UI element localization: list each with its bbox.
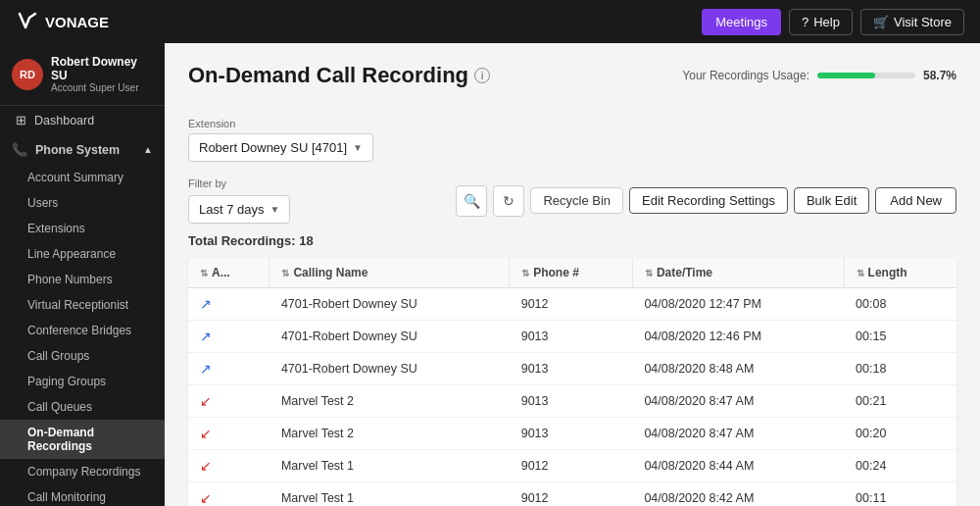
col-calling-name[interactable]: ⇅Calling Name — [270, 258, 510, 288]
top-nav-actions: Meetings ? Help 🛒 Visit Store — [702, 9, 964, 35]
store-icon: 🛒 — [873, 15, 889, 29]
cell-direction: ↙ — [188, 482, 270, 507]
dashboard-icon: ⊞ — [16, 113, 26, 127]
sort-icon: ⇅ — [645, 268, 653, 278]
cell-calling-name: 4701-Robert Downey SU — [270, 321, 510, 353]
sidebar-item-call-monitoring[interactable]: Call Monitoring — [0, 484, 165, 506]
usage-bar — [817, 73, 915, 78]
sidebar-item-phone-system[interactable]: 📞 Phone System ▲ — [0, 134, 165, 165]
cell-direction: ↗ — [188, 353, 270, 385]
cell-datetime: 04/08/2020 8:44 AM — [632, 450, 844, 482]
extension-section: Extension Robert Downey SU [4701] ▼ — [188, 118, 956, 162]
col-datetime[interactable]: ⇅Date/Time — [632, 258, 844, 288]
meetings-button[interactable]: Meetings — [702, 9, 781, 35]
sidebar-item-dashboard[interactable]: ⊞ Dashboard — [0, 106, 165, 134]
cell-phone: 9012 — [510, 482, 633, 507]
top-nav: VONAGE Meetings ? Help 🛒 Visit Store — [0, 0, 980, 43]
sidebar-item-extensions[interactable]: Extensions — [0, 216, 165, 241]
content-area: On-Demand Call Recording i Your Recordin… — [165, 43, 980, 506]
usage-percent: 58.7% — [923, 69, 956, 82]
search-icon: 🔍 — [464, 193, 480, 209]
cell-calling-name: Marvel Test 1 — [270, 450, 510, 482]
sidebar-item-label: Call Queues — [27, 400, 92, 414]
sidebar-item-users[interactable]: Users — [0, 190, 165, 216]
extension-selector[interactable]: Robert Downey SU [4701] ▼ — [188, 133, 373, 162]
cell-direction: ↙ — [188, 385, 270, 418]
cell-datetime: 04/08/2020 8:48 AM — [632, 353, 844, 385]
sidebar-item-label: Company Recordings — [27, 465, 140, 479]
table-row[interactable]: ↙ Marvel Test 2 9013 04/08/2020 8:47 AM … — [188, 418, 956, 450]
sidebar-item-label: Call Monitoring — [27, 490, 106, 504]
table-row[interactable]: ↗ 4701-Robert Downey SU 9013 04/08/2020 … — [188, 353, 956, 385]
usage-section: Your Recordings Usage: 58.7% — [682, 69, 956, 82]
sidebar-item-company-recordings[interactable]: Company Recordings — [0, 459, 165, 484]
sidebar-item-conference-bridges[interactable]: Conference Bridges — [0, 318, 165, 343]
help-icon: ? — [802, 15, 808, 29]
bulk-edit-button[interactable]: Bulk Edit — [794, 187, 869, 214]
cell-datetime: 04/08/2020 12:47 PM — [632, 288, 844, 321]
sort-icon: ⇅ — [200, 268, 208, 278]
sort-icon: ⇅ — [281, 268, 289, 278]
info-icon[interactable]: i — [474, 68, 490, 83]
add-new-button[interactable]: Add New — [875, 187, 956, 214]
sort-icon: ⇅ — [521, 268, 529, 278]
sidebar-item-label: Conference Bridges — [27, 324, 131, 337]
col-length[interactable]: ⇅Length — [844, 258, 956, 288]
table-row[interactable]: ↙ Marvel Test 1 9012 04/08/2020 8:44 AM … — [188, 450, 956, 482]
chevron-down-icon: ▼ — [353, 142, 363, 153]
col-phone[interactable]: ⇅Phone # — [510, 258, 633, 288]
sidebar-item-on-demand-recordings[interactable]: On-Demand Recordings — [0, 420, 165, 459]
recordings-table: ⇅A... ⇅Calling Name ⇅Phone # ⇅Date/Time … — [188, 258, 956, 506]
cell-length: 00:11 — [844, 482, 956, 507]
sidebar-item-label: Users — [27, 196, 58, 210]
action-buttons: 🔍 ↻ Recycle Bin Edit Recording Settings … — [456, 185, 956, 217]
table-row[interactable]: ↙ Marvel Test 1 9012 04/08/2020 8:42 AM … — [188, 482, 956, 507]
sidebar-item-label: Account Summary — [27, 171, 123, 184]
refresh-icon: ↻ — [503, 193, 514, 209]
sidebar-item-label: Line Appearance — [27, 247, 116, 261]
sort-icon: ⇅ — [857, 268, 864, 278]
sidebar-item-account-summary[interactable]: Account Summary — [0, 165, 165, 190]
filter-selector[interactable]: Last 7 days ▼ — [188, 195, 290, 224]
table-header: ⇅A... ⇅Calling Name ⇅Phone # ⇅Date/Time … — [188, 258, 956, 288]
cell-datetime: 04/08/2020 8:47 AM — [632, 418, 844, 450]
sidebar-item-virtual-receptionist[interactable]: Virtual Receptionist — [0, 292, 165, 318]
edit-recording-settings-button[interactable]: Edit Recording Settings — [629, 187, 788, 214]
refresh-button[interactable]: ↻ — [493, 185, 524, 217]
table-row[interactable]: ↗ 4701-Robert Downey SU 9013 04/08/2020 … — [188, 321, 956, 353]
sidebar-item-label: Virtual Receptionist — [27, 298, 128, 312]
cell-phone: 9012 — [510, 288, 633, 321]
table-body: ↗ 4701-Robert Downey SU 9012 04/08/2020 … — [188, 288, 956, 507]
chevron-up-icon: ▲ — [143, 144, 153, 155]
recycle-bin-button[interactable]: Recycle Bin — [530, 187, 623, 214]
usage-bar-fill — [817, 73, 875, 78]
sidebar-item-call-queues[interactable]: Call Queues — [0, 394, 165, 420]
cell-phone: 9013 — [510, 353, 633, 385]
cell-direction: ↙ — [188, 450, 270, 482]
sidebar-item-paging-groups[interactable]: Paging Groups — [0, 369, 165, 394]
cell-direction: ↙ — [188, 418, 270, 450]
cell-length: 00:18 — [844, 353, 956, 385]
user-role: Account Super User — [51, 82, 153, 93]
cell-phone: 9012 — [510, 450, 633, 482]
logo: VONAGE — [16, 10, 109, 33]
sidebar-item-phone-numbers[interactable]: Phone Numbers — [0, 267, 165, 292]
help-button[interactable]: ? Help — [789, 9, 853, 35]
col-arrow[interactable]: ⇅A... — [188, 258, 270, 288]
sidebar-item-line-appearance[interactable]: Line Appearance — [0, 241, 165, 267]
sidebar-item-call-groups[interactable]: Call Groups — [0, 343, 165, 369]
cell-length: 00:15 — [844, 321, 956, 353]
table-header-row: ⇅A... ⇅Calling Name ⇅Phone # ⇅Date/Time … — [188, 258, 956, 288]
filter-left: Filter by Last 7 days ▼ — [188, 177, 290, 224]
sidebar-item-label: Extensions — [27, 222, 85, 235]
phone-icon: 📞 — [12, 142, 27, 157]
sidebar-user: RD Robert Downey SU Account Super User — [0, 43, 165, 106]
extension-label: Extension — [188, 118, 956, 129]
table-row[interactable]: ↙ Marvel Test 2 9013 04/08/2020 8:47 AM … — [188, 385, 956, 418]
logo-text: VONAGE — [45, 14, 109, 30]
avatar: RD — [12, 59, 43, 90]
visit-store-button[interactable]: 🛒 Visit Store — [860, 9, 964, 35]
sidebar-item-label: On-Demand Recordings — [27, 426, 94, 453]
table-row[interactable]: ↗ 4701-Robert Downey SU 9012 04/08/2020 … — [188, 288, 956, 321]
search-button[interactable]: 🔍 — [456, 185, 487, 217]
